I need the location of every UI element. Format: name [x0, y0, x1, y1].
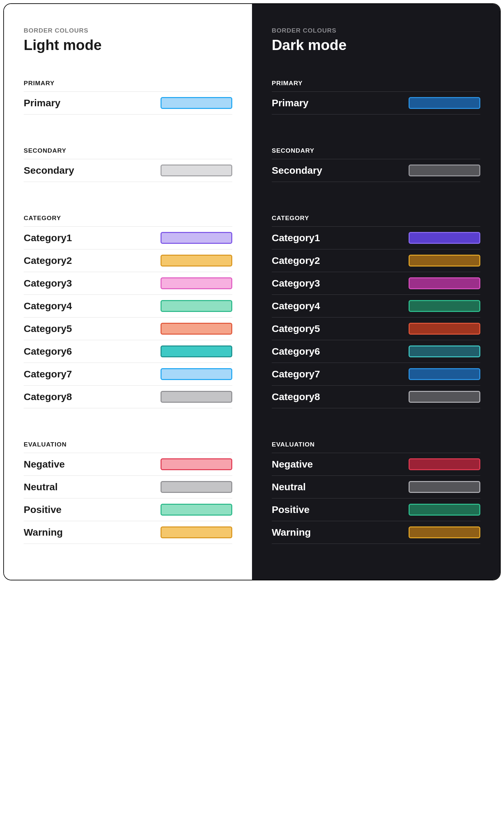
section-title: SECONDARY [24, 147, 232, 154]
color-row: Category7 [24, 363, 232, 386]
color-row: Category4 [24, 294, 232, 318]
color-label: Category4 [24, 300, 72, 312]
section-title: CATEGORY [24, 215, 232, 222]
color-row: Negative [24, 453, 232, 476]
color-row: Primary [272, 91, 480, 115]
section-title: SECONDARY [272, 147, 480, 154]
color-swatch [161, 481, 232, 493]
color-swatch [161, 391, 232, 403]
color-label: Category6 [272, 346, 320, 357]
color-swatch [409, 368, 480, 380]
light-mode-panel: BORDER COLOURS Light mode PRIMARYPrimary… [4, 4, 252, 580]
section: EVALUATIONNegativeNeutralPositiveWarning [272, 441, 480, 544]
color-row: Category4 [272, 294, 480, 318]
section: CATEGORYCategory1Category2Category3Categ… [272, 215, 480, 408]
color-swatch [409, 277, 480, 289]
color-swatch [409, 504, 480, 516]
color-swatch [161, 300, 232, 312]
section: EVALUATIONNegativeNeutralPositiveWarning [24, 441, 232, 544]
color-label: Negative [24, 459, 65, 470]
color-swatch [161, 97, 232, 109]
color-swatch [409, 165, 480, 176]
color-label: Neutral [272, 481, 306, 493]
color-label: Warning [24, 527, 63, 538]
dark-mode-panel: BORDER COLOURS Dark mode PRIMARYPrimaryS… [252, 4, 500, 580]
color-label: Positive [272, 504, 310, 515]
color-swatch [161, 277, 232, 289]
color-swatch [161, 504, 232, 516]
color-row: Positive [24, 498, 232, 521]
section-title: CATEGORY [272, 215, 480, 222]
color-label: Category8 [272, 391, 320, 402]
color-row: Negative [272, 453, 480, 476]
section: CATEGORYCategory1Category2Category3Categ… [24, 215, 232, 408]
color-row: Secondary [272, 159, 480, 182]
color-label: Category5 [24, 323, 72, 334]
color-row: Category6 [272, 340, 480, 363]
section-title: EVALUATION [24, 441, 232, 448]
color-swatch [161, 526, 232, 538]
color-label: Warning [272, 527, 311, 538]
color-row: Category2 [272, 249, 480, 272]
color-row: Secondary [24, 159, 232, 182]
color-label: Category8 [24, 391, 72, 402]
color-swatch [409, 300, 480, 312]
color-swatch [161, 323, 232, 335]
color-swatch [409, 323, 480, 335]
color-label: Category2 [24, 255, 72, 266]
color-row: Category1 [24, 226, 232, 249]
color-label: Category1 [24, 232, 72, 243]
eyebrow-label: BORDER COLOURS [272, 27, 480, 34]
color-label: Category1 [272, 232, 320, 243]
color-swatch [161, 255, 232, 267]
color-label: Primary [24, 97, 61, 109]
color-swatch [409, 391, 480, 403]
color-row: Neutral [272, 475, 480, 498]
color-label: Negative [272, 459, 313, 470]
color-row: Warning [24, 521, 232, 544]
color-swatch [409, 232, 480, 244]
sections-dark: PRIMARYPrimarySECONDARYSecondaryCATEGORY… [272, 80, 480, 544]
section-title: EVALUATION [272, 441, 480, 448]
color-row: Category2 [24, 249, 232, 272]
color-row: Category5 [24, 317, 232, 340]
color-swatch [161, 368, 232, 380]
color-label: Category3 [272, 278, 320, 289]
color-row: Category8 [272, 385, 480, 408]
color-label: Category4 [272, 300, 320, 312]
color-row: Warning [272, 521, 480, 544]
color-row: Category3 [24, 272, 232, 295]
section: PRIMARYPrimary [24, 80, 232, 115]
color-row: Category8 [24, 385, 232, 408]
color-row: Category5 [272, 317, 480, 340]
color-swatch [409, 345, 480, 357]
section-title: PRIMARY [24, 80, 232, 87]
color-spec-container: BORDER COLOURS Light mode PRIMARYPrimary… [3, 3, 501, 580]
section: SECONDARYSecondary [272, 147, 480, 182]
color-swatch [409, 481, 480, 493]
color-swatch [161, 232, 232, 244]
color-swatch [409, 255, 480, 267]
color-label: Positive [24, 504, 62, 515]
panel-title: Dark mode [272, 37, 480, 53]
color-row: Category7 [272, 363, 480, 386]
eyebrow-label: BORDER COLOURS [24, 27, 232, 34]
color-row: Category6 [24, 340, 232, 363]
section-title: PRIMARY [272, 80, 480, 87]
color-label: Neutral [24, 481, 58, 493]
panel-title: Light mode [24, 37, 232, 53]
color-label: Category3 [24, 278, 72, 289]
color-swatch [161, 458, 232, 470]
color-label: Category2 [272, 255, 320, 266]
color-label: Secondary [24, 165, 74, 176]
color-label: Category5 [272, 323, 320, 334]
color-label: Secondary [272, 165, 322, 176]
color-label: Category6 [24, 346, 72, 357]
color-swatch [409, 526, 480, 538]
color-row: Category3 [272, 272, 480, 295]
color-swatch [161, 345, 232, 357]
sections-light: PRIMARYPrimarySECONDARYSecondaryCATEGORY… [24, 80, 232, 544]
color-swatch [409, 97, 480, 109]
color-row: Primary [24, 91, 232, 115]
color-row: Neutral [24, 475, 232, 498]
